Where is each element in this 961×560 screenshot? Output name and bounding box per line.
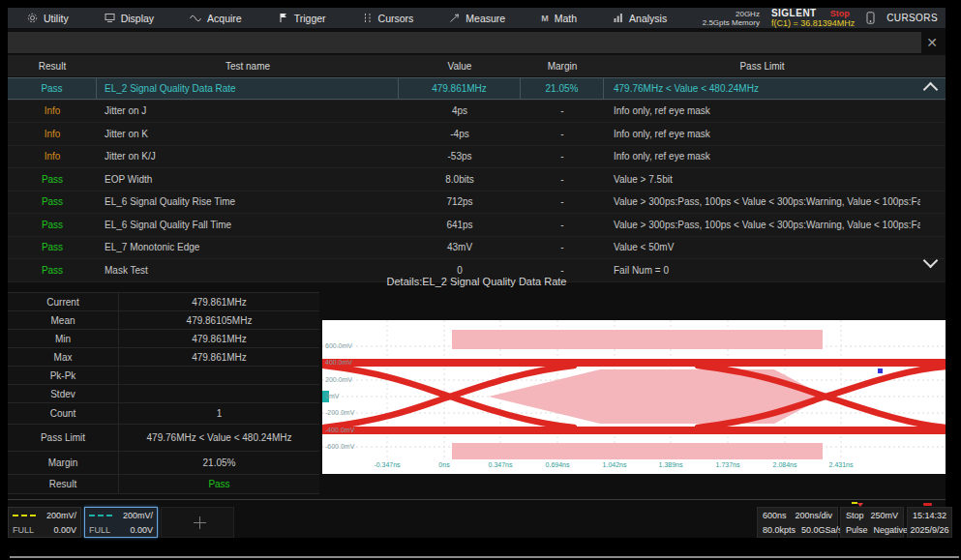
eye-x-axis-label: -0.347ns	[374, 461, 400, 468]
eye-diagram: 600.0mV400.0mV200.0mV0mV-200.0mV-400.0mV…	[322, 320, 946, 474]
table-cell: Pass	[8, 168, 97, 191]
table-cell: Jitter on J	[97, 101, 399, 123]
stats-row: Count1	[8, 403, 319, 425]
column-header-value: Value	[399, 55, 521, 76]
table-cell: EL_7 Monotonic Edge	[97, 237, 399, 259]
table-row[interactable]: PassEL_7 Monotonic Edge43mV-Value < 50mV	[8, 237, 946, 260]
stats-value: 479.861MHz	[119, 348, 319, 366]
results-table: Result Test name Value Margin Pass Limit…	[8, 55, 946, 282]
table-row[interactable]: PassEL_6 Signal Quality Rise Time712ps-V…	[8, 192, 946, 215]
c1-bandwidth: FULL	[13, 525, 34, 535]
table-cell: 641ps	[399, 214, 521, 236]
trigger-status: Stop	[846, 511, 864, 520]
stats-row: Margin21.05%	[8, 452, 319, 475]
timebase-sample-rate: 50.0GSa/s	[801, 525, 843, 535]
clock-date: 2025/9/26	[908, 522, 951, 537]
table-cell: Info	[8, 146, 97, 168]
column-header-test-name: Test name	[97, 55, 399, 76]
menu-display[interactable]: Display	[105, 13, 154, 24]
table-cell: EL_2 Signal Quality Data Rate	[97, 77, 399, 100]
channel-box-c2[interactable]: 200mV/ FULL 0.00V	[84, 507, 158, 538]
table-row[interactable]: PassEOP Width8.0bits-Value > 7.5bit	[8, 168, 946, 192]
table-cell: -	[521, 168, 604, 191]
stats-row: Max479.861MHz	[8, 348, 319, 367]
channel-box-c1[interactable]: 200mV/ FULL 0.00V	[8, 507, 81, 538]
table-row[interactable]: InfoJitter on J4ps-Info only, ref eye ma…	[8, 101, 946, 124]
empty-channel-slot[interactable]	[161, 507, 234, 538]
trigger-box[interactable]: Stop 250mV Pulse Negative	[840, 507, 904, 538]
stats-row: Pk-Pk	[8, 367, 319, 385]
menu-measure[interactable]: Measure	[449, 13, 505, 24]
c1-scale: 200mV/	[46, 511, 76, 520]
menu-label: Cursors	[378, 13, 414, 24]
acquisition-state: Stop	[830, 9, 850, 18]
table-cell: Jitter on K	[97, 123, 399, 145]
dialog-title-bar	[8, 32, 921, 53]
acquire-icon	[190, 13, 201, 23]
trigger-type: Pulse	[846, 525, 868, 535]
stats-value: 21.05%	[119, 452, 319, 474]
table-cell: Info only, ref eye mask	[604, 123, 920, 145]
menu-trigger[interactable]: Trigger	[278, 13, 326, 24]
table-cell: Info	[8, 101, 97, 123]
clock-box: 15:14:32 2025/9/26	[907, 507, 952, 538]
menu-label: Acquire	[207, 13, 242, 24]
table-cell: 4ps	[399, 101, 521, 123]
acquisition-info: 20GHz 2.5Gpts Memory	[703, 10, 760, 27]
trigger-slope: Negative	[874, 525, 909, 535]
table-cell: 712ps	[399, 192, 521, 214]
stats-label: Max	[8, 348, 119, 366]
screen-edge	[10, 556, 959, 558]
table-cell: EOP Width	[97, 168, 399, 191]
clock-time: 15:14:32	[908, 508, 951, 522]
stats-label: Margin	[8, 452, 119, 474]
table-cell: Value > 300ps:Pass, 100ps < Value < 300p…	[604, 214, 920, 236]
table-row[interactable]: InfoJitter on K/J-53ps-Info only, ref ey…	[8, 146, 946, 169]
math-icon: M	[541, 14, 549, 23]
stats-row: Pass Limit479.76MHz < Value < 480.24MHz	[8, 425, 319, 452]
timebase-scale: 200ns/div	[795, 511, 832, 520]
close-icon[interactable]: ✕	[920, 32, 944, 53]
menu-bar: Utility Display Acquire T	[8, 8, 946, 28]
brand-logo: SIGLENT	[771, 9, 817, 18]
oscilloscope-screen: Utility Display Acquire T	[8, 8, 946, 538]
stats-label: Current	[8, 293, 119, 310]
menu-label: Measure	[465, 13, 505, 24]
table-cell: 21.05%	[521, 77, 604, 100]
menu-math[interactable]: M Math	[541, 13, 577, 24]
eye-y-axis-label: -600.0mV	[325, 443, 354, 451]
eye-y-axis-label: -400.0mV	[325, 427, 354, 434]
table-cell: Pass	[8, 77, 97, 100]
c2-scale: 200mV/	[123, 511, 153, 520]
stats-value: 479.76MHz < Value < 480.24MHz	[119, 425, 319, 451]
frequency-counter-readout: f(C1) = 36.81394MHz	[771, 18, 855, 28]
table-cell: EL_6 Signal Quality Fall Time	[97, 214, 399, 236]
menu-analysis[interactable]: Analysis	[613, 13, 667, 24]
table-row[interactable]: PassEL_2 Signal Quality Data Rate479.861…	[8, 77, 946, 101]
table-cell: Pass	[8, 192, 97, 214]
record-indicator-icon	[923, 503, 932, 506]
trigger-source-icon	[852, 502, 861, 506]
eye-y-axis-label: 0mV	[325, 393, 339, 400]
menu-utility[interactable]: Utility	[27, 13, 69, 24]
eye-x-axis-label: 1.389ns	[659, 461, 683, 468]
menu-cursors[interactable]: Cursors	[362, 13, 414, 24]
stats-row: Mean479.86105MHz	[8, 311, 319, 330]
eye-y-axis-label: 600.0mV	[325, 342, 352, 350]
c2-bandwidth: FULL	[89, 525, 110, 535]
stats-value	[119, 385, 319, 402]
table-cell: Value < 50mV	[604, 237, 920, 259]
menu-label: Display	[121, 13, 154, 24]
table-row[interactable]: InfoJitter on K-4ps-Info only, ref eye m…	[8, 123, 946, 146]
stats-label: Pk-Pk	[8, 367, 119, 384]
table-row[interactable]: PassEL_6 Signal Quality Fall Time641ps-V…	[8, 214, 946, 237]
eye-x-axis-label: 1.737ns	[716, 461, 740, 468]
menu-acquire[interactable]: Acquire	[190, 13, 242, 24]
table-cell: -53ps	[399, 146, 521, 168]
column-header-margin: Margin	[521, 55, 604, 76]
stats-row: Stdev	[8, 385, 319, 403]
table-cell: 479.76MHz < Value < 480.24MHz	[604, 77, 920, 100]
stats-row: Min479.861MHz	[8, 330, 319, 348]
timebase-box[interactable]: 600ns 200ns/div 80.0kpts 50.0GSa/s	[757, 507, 838, 538]
cursors-button[interactable]: CURSORS	[886, 13, 938, 23]
